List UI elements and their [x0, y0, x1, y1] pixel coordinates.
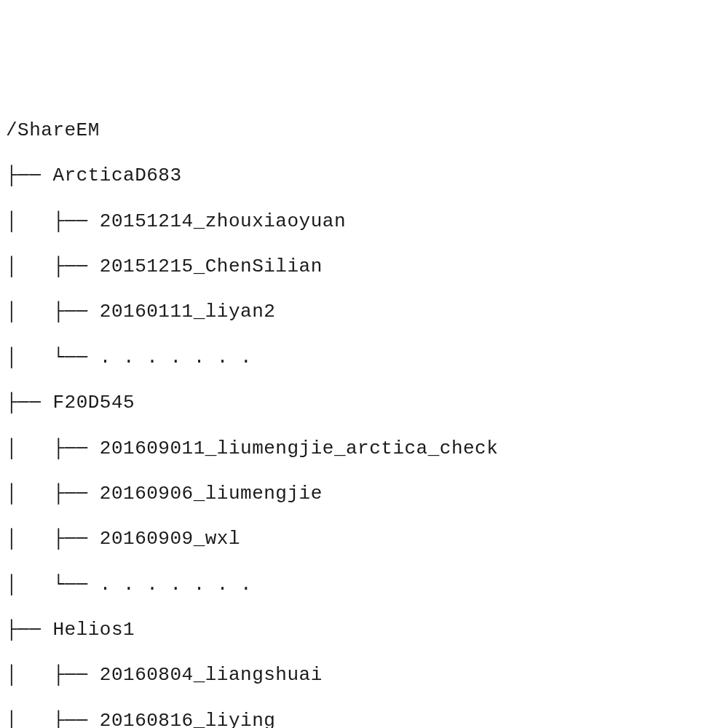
tree-item: │ ├── 201609011_liumengjie_arctica_check [6, 438, 723, 460]
tree-item: │ ├── 20160111_liyan2 [6, 301, 723, 323]
root-path: /ShareEM [6, 119, 723, 142]
item-name: 20160906_liumengjie [100, 483, 323, 505]
folder-label: ├── F20D545 [6, 392, 723, 414]
tree-item: │ ├── 20160816_liying [6, 710, 723, 728]
item-name: 20151215_ChenSilian [100, 256, 323, 277]
folder-label: ├── ArcticaD683 [6, 165, 723, 187]
tree-item: │ ├── 20151215_ChenSilian [6, 256, 723, 278]
item-name: 20160909_wxl [100, 528, 240, 550]
folder-name: ArcticaD683 [52, 165, 181, 186]
tree-item: │ ├── 20160804_liangshuai [6, 664, 723, 687]
ellipsis-text: . . . . . . . [100, 574, 252, 596]
ellipsis-text: . . . . . . . [100, 347, 252, 368]
item-name: 20151214_zhouxiaoyuan [100, 210, 346, 232]
folder-name: Helios1 [52, 619, 135, 641]
tree-ellipsis: │ └── . . . . . . . [6, 574, 723, 596]
item-name: 20160816_liying [100, 710, 276, 728]
item-name: 201609011_liumengjie_arctica_check [100, 438, 499, 459]
tree-item: │ ├── 20151214_zhouxiaoyuan [6, 210, 723, 233]
item-name: 20160804_liangshuai [100, 664, 323, 686]
folder-label: ├── Helios1 [6, 619, 723, 641]
tree-root: /ShareEM ├── ArcticaD683 │ ├── 20151214_… [6, 97, 723, 728]
tree-item: │ ├── 20160909_wxl [6, 528, 723, 550]
item-name: 20160111_liyan2 [100, 301, 276, 323]
tree-item: │ ├── 20160906_liumengjie [6, 483, 723, 505]
folder-name: F20D545 [52, 392, 135, 414]
tree-ellipsis: │ └── . . . . . . . [6, 347, 723, 369]
